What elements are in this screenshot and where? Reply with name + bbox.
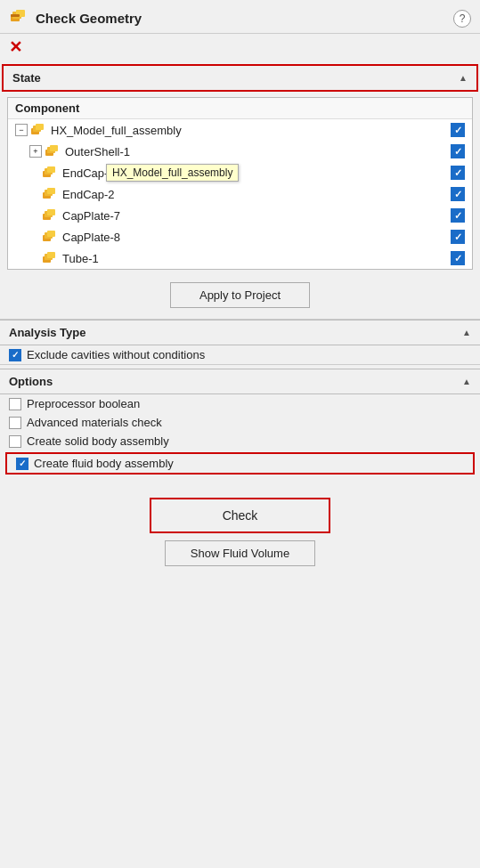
panel-header: Check Geometry ? [0, 0, 480, 34]
svg-rect-21 [47, 231, 55, 237]
tooltip-popup: HX_Model_full_assembly [106, 164, 239, 182]
create-solid-label: Create solid body assembly [27, 434, 169, 448]
advanced-materials-row: Advanced materials check [0, 413, 480, 432]
preprocessor-row: Preprocessor boolean [0, 394, 480, 413]
component-checkbox[interactable] [451, 123, 465, 137]
tree-expand-button[interactable]: + [29, 145, 42, 158]
svg-rect-24 [47, 252, 55, 258]
options-section-header[interactable]: Options ▲ [0, 369, 480, 394]
close-icon[interactable]: ✕ [0, 34, 31, 64]
state-section-title: State [12, 71, 41, 85]
svg-rect-15 [47, 188, 55, 194]
header-left: Check Geometry [9, 7, 142, 29]
help-button[interactable]: ? [453, 10, 471, 28]
table-row[interactable]: EndCap-1 HX_Model_full_assembly [8, 162, 472, 183]
component-checkbox[interactable] [451, 208, 465, 223]
component-checkbox[interactable] [451, 144, 465, 158]
table-row[interactable]: CapPlate-7 [8, 205, 472, 226]
analysis-type-title: Analysis Type [9, 326, 85, 339]
create-fluid-checkbox[interactable] [16, 458, 28, 470]
state-collapse-icon[interactable]: ▲ [459, 73, 468, 83]
create-solid-row: Create solid body assembly [0, 432, 480, 450]
table-row[interactable]: + OuterShell-1 [8, 141, 472, 162]
state-section: State ▲ Component − HX_Model_full_assemb… [0, 64, 480, 319]
component-label: CapPlate-8 [62, 231, 447, 244]
check-button[interactable]: Check [150, 498, 331, 533]
table-row[interactable]: EndCap-2 [8, 183, 472, 205]
svg-rect-6 [36, 124, 44, 130]
component-label: CapPlate-7 [62, 209, 447, 223]
svg-rect-18 [47, 209, 55, 215]
svg-rect-9 [50, 145, 58, 151]
advanced-materials-checkbox[interactable] [9, 417, 21, 429]
bottom-buttons-area: Check Show Fluid Volume [0, 483, 480, 577]
apply-btn-area: Apply to Project [0, 273, 480, 319]
table-row[interactable]: CapPlate-8 [8, 226, 472, 247]
component-label: EndCap-2 [62, 188, 447, 201]
part-tree-icon [42, 165, 58, 181]
options-collapse-icon[interactable]: ▲ [462, 377, 471, 386]
show-fluid-volume-button[interactable]: Show Fluid Volume [165, 540, 315, 566]
analysis-type-collapse-icon[interactable]: ▲ [462, 328, 471, 337]
exclude-cavities-label: Exclude cavities without conditions [27, 348, 205, 361]
component-checkbox[interactable] [451, 251, 465, 265]
component-checkbox[interactable] [451, 166, 465, 180]
part-tree-icon [42, 207, 58, 223]
panel-title: Check Geometry [36, 11, 142, 26]
preprocessor-label: Preprocessor boolean [27, 397, 140, 410]
part-tree-icon [45, 143, 61, 159]
apply-to-project-button[interactable]: Apply to Project [170, 282, 310, 308]
create-fluid-label: Create fluid body assembly [34, 457, 174, 470]
create-solid-checkbox[interactable] [9, 435, 21, 448]
part-tree-icon [42, 186, 58, 202]
component-table: Component − HX_Model_full_assembly + [7, 97, 473, 270]
options-section-title: Options [9, 375, 53, 388]
analysis-type-header[interactable]: Analysis Type ▲ [0, 320, 480, 345]
exclude-cavities-row: Exclude cavities without conditions [0, 345, 480, 364]
component-table-header: Component [8, 98, 472, 119]
component-label: Tube-1 [62, 252, 447, 265]
component-label: HX_Model_full_assembly [51, 124, 447, 137]
assembly-icon [9, 7, 28, 29]
state-section-header[interactable]: State ▲ [2, 64, 478, 92]
advanced-materials-label: Advanced materials check [27, 416, 162, 429]
preprocessor-checkbox[interactable] [9, 398, 21, 410]
svg-rect-3 [11, 14, 20, 17]
component-label: OuterShell-1 [65, 145, 447, 158]
options-section: Options ▲ Preprocessor boolean Advanced … [0, 365, 480, 483]
component-checkbox[interactable] [451, 230, 465, 244]
table-row[interactable]: − HX_Model_full_assembly [8, 119, 472, 141]
component-checkbox[interactable] [451, 187, 465, 201]
exclude-cavities-checkbox[interactable] [9, 349, 21, 361]
panel: Check Geometry ? ✕ State ▲ Component − [0, 0, 480, 868]
analysis-type-section: Analysis Type ▲ Exclude cavities without… [0, 320, 480, 364]
svg-rect-12 [47, 166, 55, 173]
part-tree-icon [42, 250, 58, 266]
tree-expand-button[interactable]: − [15, 124, 28, 136]
close-button[interactable]: ✕ [0, 34, 480, 64]
assembly-tree-icon [30, 122, 46, 138]
part-tree-icon [42, 229, 58, 245]
create-fluid-row: Create fluid body assembly [5, 452, 475, 475]
table-row[interactable]: Tube-1 [8, 247, 472, 269]
